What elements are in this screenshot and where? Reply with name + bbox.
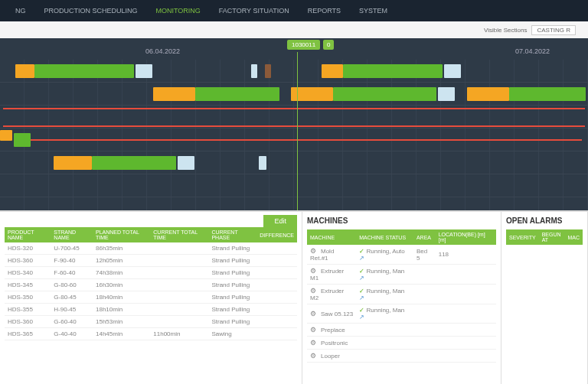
nav-reports[interactable]: REPORTS <box>299 0 350 21</box>
table-row[interactable]: HDS-340F-60-4074h38minStrand Pulling <box>5 267 297 279</box>
alarms-panel: OPEN ALARMS SEVERITY BEGUN AT MAC <box>501 212 588 384</box>
gantt-chart: 1030011 0 06.04.2022 07.04.2022 <box>0 38 588 210</box>
alarms-table: SEVERITY BEGUN AT MAC <box>506 229 583 245</box>
th-strand[interactable]: STRAND NAME <box>51 227 93 242</box>
sub-bar: Visible Sections CASTING R <box>0 21 588 38</box>
table-row[interactable]: HDS-360G-60-4015h53minStrand Pulling <box>5 316 297 328</box>
date-label-2: 07.04.2022 <box>515 47 550 55</box>
table-row[interactable]: HDS-360F-90-4012h05minStrand Pulling <box>5 255 297 267</box>
th-loc[interactable]: LOCATION(BE) [m] [m] <box>436 229 496 245</box>
visible-sections-label: Visible Sections <box>484 27 527 34</box>
table-row[interactable]: HDS-355H-90-4518h10minStrand Pulling <box>5 304 297 316</box>
table-row[interactable]: ⚙Saw 05.123✓ Running, Man ↗ <box>307 304 496 324</box>
table-row[interactable]: HDS-350G-80-4518h40minStrand Pulling <box>5 291 297 304</box>
track-5[interactable] <box>0 151 588 174</box>
nav-factory-situation[interactable]: FACTORY SITUATION <box>210 0 299 21</box>
gantt-tracks <box>0 60 588 210</box>
th-mac[interactable]: MAC <box>564 229 583 245</box>
table-row[interactable]: ⚙Positronic <box>307 337 496 350</box>
table-row[interactable]: HDS-345G-80-6016h30minStrand Pulling <box>5 279 297 291</box>
th-severity[interactable]: SEVERITY <box>506 229 539 245</box>
nav-ng[interactable]: NG <box>6 0 35 21</box>
table-row[interactable]: ⚙Extruder M1✓ Running, Man ↗ <box>307 265 496 285</box>
top-nav: NG PRODUCTION SCHEDULING MONITORING FACT… <box>0 0 588 21</box>
th-begun[interactable]: BEGUN AT <box>539 229 565 245</box>
th-phase[interactable]: CURRENT PHASE <box>208 227 256 242</box>
table-row[interactable]: HDS-320U-700-4586h35minStrand Pulling <box>5 242 297 255</box>
table-row[interactable]: ⚙Looper <box>307 350 496 363</box>
machines-panel: MACHINES MACHINE MACHINE STATUS AREA LOC… <box>302 212 501 384</box>
nav-system[interactable]: SYSTEM <box>350 0 397 21</box>
th-diff[interactable]: DIFFERENCE <box>256 227 297 242</box>
table-row[interactable]: ⚙Mold Ret.#1✓ Running, Auto ↗Bed 5118 <box>307 245 496 265</box>
table-row[interactable]: ⚙Extruder M2✓ Running, Man ↗ <box>307 285 496 304</box>
th-machine[interactable]: MACHINE <box>307 229 356 245</box>
track-6[interactable] <box>0 174 588 197</box>
current-time-line <box>297 52 298 210</box>
edit-button[interactable]: Edit <box>263 215 297 227</box>
products-panel: Edit PRODUCT NAME STRAND NAME PLANNED TO… <box>0 212 302 384</box>
alarms-title: OPEN ALARMS <box>506 216 583 225</box>
track-4[interactable] <box>0 129 588 151</box>
date-label-1: 06.04.2022 <box>145 47 180 55</box>
th-product[interactable]: PRODUCT NAME <box>5 227 51 242</box>
th-area[interactable]: AREA <box>413 229 436 245</box>
track-1[interactable] <box>0 60 588 83</box>
th-current[interactable]: CURRENT TOTAL TIME <box>150 227 208 242</box>
visible-sections-dropdown[interactable]: CASTING R <box>531 25 576 35</box>
track-3[interactable] <box>0 106 588 129</box>
machines-title: MACHINES <box>307 216 496 225</box>
products-table: PRODUCT NAME STRAND NAME PLANNED TOTAL T… <box>5 227 297 340</box>
bottom-panels: Edit PRODUCT NAME STRAND NAME PLANNED TO… <box>0 210 588 384</box>
table-row[interactable]: ⚙Preplace <box>307 324 496 337</box>
th-planned[interactable]: PLANNED TOTAL TIME <box>93 227 150 242</box>
nav-monitoring[interactable]: MONITORING <box>147 0 210 21</box>
nav-production-scheduling[interactable]: PRODUCTION SCHEDULING <box>35 0 147 21</box>
track-2[interactable] <box>0 83 588 106</box>
table-row[interactable]: HDS-365G-40-4014h45min11h00minSawing <box>5 328 297 340</box>
machines-table: MACHINE MACHINE STATUS AREA LOCATION(BE)… <box>307 229 496 363</box>
th-mstatus[interactable]: MACHINE STATUS <box>356 229 413 245</box>
